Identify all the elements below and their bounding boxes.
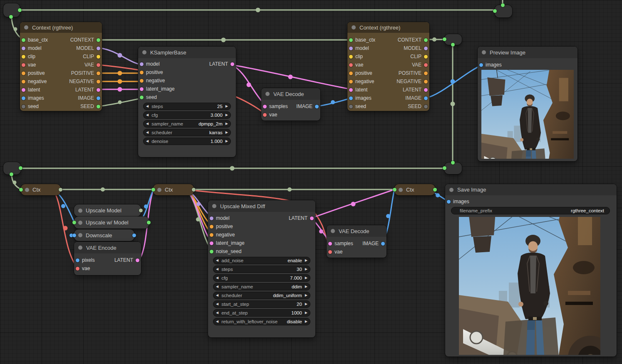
node-header[interactable]: KSamplerBase [138, 47, 236, 58]
node-ctx-collapsed-2[interactable]: Ctx [153, 184, 194, 195]
reroute-node-top-left[interactable] [3, 3, 20, 17]
node-preview-image[interactable]: Preview Image images [478, 47, 577, 161]
widget-return-with-leftover-noise[interactable]: ◀return_with_leftover_noisedisable▶ [213, 318, 310, 325]
decrement-icon[interactable]: ◀ [146, 131, 149, 134]
increment-icon[interactable]: ▶ [305, 320, 307, 323]
reroute-node-top-right[interactable] [495, 5, 512, 17]
collapsed-output-dot[interactable] [192, 188, 196, 192]
input-dot-vae[interactable] [349, 63, 353, 67]
collapse-dot-icon[interactable] [78, 246, 82, 250]
reroute-input-dot[interactable] [443, 37, 446, 41]
node-save-image[interactable]: Save Image images filename_prefix rgthre… [445, 184, 617, 357]
collapsed-output-dot[interactable] [59, 188, 62, 192]
increment-icon[interactable]: ▶ [305, 285, 307, 288]
node-header[interactable]: VAE Encode [74, 242, 141, 253]
widget-denoise[interactable]: ◀denoise1.000▶ [143, 138, 231, 145]
reroute-output-dot[interactable] [18, 8, 22, 12]
input-dot-images[interactable] [22, 96, 25, 100]
output-dot-seed[interactable] [97, 105, 100, 108]
output-dot-positive[interactable] [424, 71, 428, 75]
node-upscale-mixed-diff[interactable]: Upscale Mixed Diff LATENT model positive… [208, 200, 315, 337]
decrement-icon[interactable]: ◀ [146, 122, 149, 125]
output-dot-negative[interactable] [97, 80, 100, 84]
output-dot-latent[interactable] [310, 216, 314, 220]
collapse-dot-icon[interactable] [482, 50, 486, 54]
output-dot-latent[interactable] [97, 88, 100, 92]
increment-icon[interactable]: ▶ [305, 259, 307, 262]
collapse-dot-icon[interactable] [142, 50, 146, 54]
input-dot-negative[interactable] [22, 80, 25, 84]
input-dot-noise_seed[interactable] [210, 250, 213, 253]
collapse-dot-icon[interactable] [78, 233, 82, 237]
input-dot-base_ctx[interactable] [349, 38, 353, 42]
decrement-icon[interactable]: ◀ [216, 303, 218, 306]
collapsed-output-dot[interactable] [147, 221, 151, 224]
collapsed-input-dot[interactable] [72, 234, 76, 237]
output-dot-clip[interactable] [424, 55, 428, 59]
node-vae-encode[interactable]: VAE Encode LATENT pixels vae [74, 242, 141, 275]
collapse-dot-icon[interactable] [331, 229, 335, 233]
reroute-node-bottom-right[interactable] [444, 162, 462, 174]
node-header[interactable]: Upscale Mixed Diff [208, 200, 315, 212]
collapse-dot-icon[interactable] [212, 204, 216, 208]
collapse-dot-icon[interactable] [399, 188, 403, 192]
decrement-icon[interactable]: ◀ [216, 268, 218, 271]
increment-icon[interactable]: ▶ [305, 268, 307, 271]
node-ctx-collapsed-3[interactable]: Ctx [394, 184, 435, 195]
output-dot-image[interactable] [381, 242, 385, 246]
input-dot-seed[interactable] [140, 96, 144, 99]
reroute-output-dot[interactable] [9, 15, 13, 19]
output-dot-positive[interactable] [97, 71, 100, 75]
node-header[interactable]: VAE Decode [327, 225, 387, 237]
output-dot-latent[interactable] [424, 88, 428, 92]
input-dot-model[interactable] [349, 47, 353, 50]
decrement-icon[interactable]: ◀ [216, 259, 218, 262]
increment-icon[interactable]: ▶ [305, 294, 307, 297]
increment-icon[interactable]: ▶ [226, 122, 228, 125]
collapsed-input-dot[interactable] [19, 188, 23, 192]
output-dot-vae[interactable] [97, 63, 100, 67]
input-dot-clip[interactable] [349, 55, 353, 59]
reroute-output-dot[interactable] [451, 43, 455, 47]
increment-icon[interactable]: ▶ [305, 276, 307, 280]
input-dot-latent[interactable] [349, 88, 353, 92]
node-context-rgthree-1[interactable]: Context (rgthree) base_ctxCONTEXT modelM… [20, 22, 102, 111]
collapse-dot-icon[interactable] [352, 25, 356, 30]
output-dot-model[interactable] [424, 47, 428, 50]
input-dot-model[interactable] [210, 216, 213, 220]
output-dot-image[interactable] [315, 105, 319, 108]
collapsed-input-dot[interactable] [151, 188, 155, 192]
output-dot-image[interactable] [97, 96, 100, 100]
output-dot-context[interactable] [97, 38, 100, 42]
input-dot-positive[interactable] [210, 225, 213, 229]
node-ctx-collapsed-1[interactable]: Ctx [21, 184, 61, 195]
increment-icon[interactable]: ▶ [226, 105, 228, 108]
input-dot-positive[interactable] [140, 71, 144, 74]
node-ksampler-base[interactable]: KSamplerBase LATENT model positive negat… [138, 47, 236, 157]
input-dot-positive[interactable] [349, 71, 353, 75]
input-dot-negative[interactable] [349, 80, 353, 84]
input-dot-clip[interactable] [22, 55, 25, 59]
node-upscale-w-model-collapsed[interactable]: Upscale w/ Model [74, 216, 149, 229]
widget-scheduler[interactable]: ◀schedulerkarras▶ [143, 129, 231, 136]
reroute-output-dot[interactable] [10, 172, 13, 176]
node-context-rgthree-2[interactable]: Context (rgthree) base_ctxCONTEXT modelM… [347, 22, 429, 111]
output-dot-image[interactable] [424, 96, 428, 100]
input-dot-images[interactable] [447, 200, 451, 204]
input-dot-negative[interactable] [140, 79, 144, 83]
decrement-icon[interactable]: ◀ [146, 105, 149, 108]
widget-steps[interactable]: ◀steps30▶ [213, 266, 310, 273]
output-dot-latent[interactable] [136, 258, 139, 262]
collapse-dot-icon[interactable] [265, 92, 270, 96]
output-dot-model[interactable] [97, 47, 100, 50]
decrement-icon[interactable]: ◀ [216, 311, 218, 315]
output-dot-negative[interactable] [424, 80, 428, 84]
reroute-output-dot[interactable] [501, 3, 505, 7]
collapsed-input-dot[interactable] [393, 188, 396, 192]
collapse-dot-icon[interactable] [24, 25, 28, 30]
decrement-icon[interactable]: ◀ [146, 113, 149, 117]
input-dot-positive[interactable] [22, 71, 25, 75]
increment-icon[interactable]: ▶ [226, 140, 228, 143]
collapsed-input-dot[interactable] [72, 221, 76, 224]
reroute-node-bottom-left[interactable] [3, 162, 21, 175]
